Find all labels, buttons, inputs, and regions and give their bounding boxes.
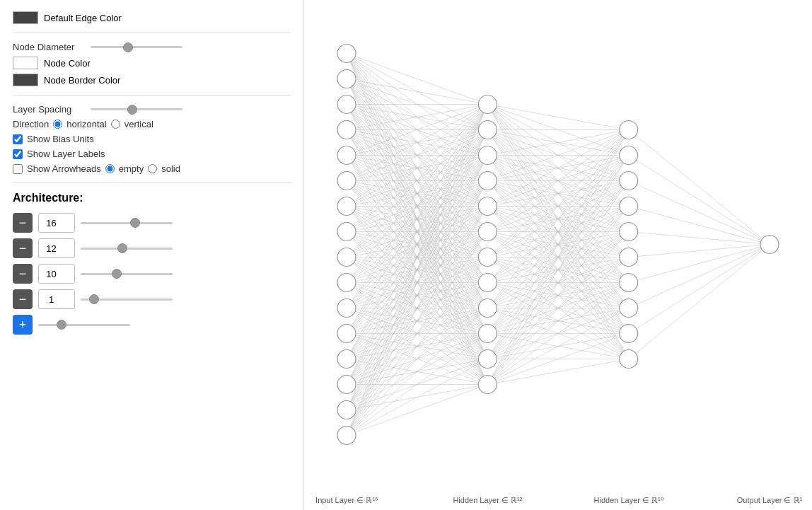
svg-text:Hidden Layer ∈ ℝ¹⁰: Hidden Layer ∈ ℝ¹⁰	[594, 496, 664, 504]
show-arrowheads-label[interactable]: Show Arrowheads	[27, 163, 101, 174]
svg-point-326	[337, 146, 356, 165]
svg-point-354	[620, 223, 638, 241]
svg-line-192	[487, 105, 628, 130]
layer-2-input[interactable]	[38, 264, 75, 284]
direction-horizontal-label[interactable]: horizontal	[66, 119, 106, 129]
svg-point-350	[620, 121, 638, 139]
node-diameter-row: Node Diameter	[13, 42, 291, 52]
arrowhead-empty-label[interactable]: empty	[119, 163, 144, 174]
svg-line-305	[487, 207, 628, 385]
layer-2-slider[interactable]	[81, 273, 173, 275]
remove-layer-1-button[interactable]: −	[13, 238, 33, 258]
svg-point-348	[478, 350, 497, 369]
svg-line-313	[629, 156, 770, 245]
svg-point-344	[478, 248, 497, 267]
show-bias-units-checkbox[interactable]	[13, 134, 23, 144]
show-arrowheads-row: Show Arrowheads empty solid	[13, 163, 291, 174]
node-border-color-swatch[interactable]	[13, 74, 38, 86]
layer-0-input[interactable]	[38, 213, 75, 233]
show-bias-units-row: Show Bias Units	[13, 134, 291, 144]
svg-point-325	[337, 121, 356, 139]
svg-point-342	[478, 197, 497, 216]
svg-line-319	[629, 245, 770, 308]
svg-point-351	[620, 146, 638, 165]
show-layer-labels-checkbox[interactable]	[13, 149, 23, 159]
svg-point-323	[337, 70, 356, 88]
layer-3-input[interactable]	[38, 289, 75, 309]
svg-line-191	[347, 385, 487, 436]
svg-text:Output Layer ∈ ℝ¹: Output Layer ∈ ℝ¹	[737, 496, 803, 504]
remove-layer-0-button[interactable]: −	[13, 213, 33, 233]
direction-horizontal-radio[interactable]	[53, 120, 62, 129]
direction-vertical-label[interactable]: vertical	[124, 119, 153, 129]
svg-point-340	[478, 146, 497, 165]
svg-point-341	[478, 172, 497, 190]
layer-1-slider[interactable]	[81, 248, 173, 250]
layer-3-slider[interactable]	[81, 299, 173, 301]
layer-spacing-row: Layer Spacing	[13, 104, 291, 115]
layer-spacing-slider[interactable]	[91, 108, 182, 110]
svg-text:Hidden Layer ∈ ℝ¹²: Hidden Layer ∈ ℝ¹²	[453, 496, 522, 504]
svg-line-317	[629, 245, 770, 257]
add-layer-button[interactable]: +	[13, 315, 33, 335]
svg-point-333	[337, 325, 356, 343]
show-arrowheads-checkbox[interactable]	[13, 164, 23, 174]
arrowhead-solid-radio[interactable]	[148, 164, 157, 173]
show-layer-labels-label[interactable]: Show Layer Labels	[27, 149, 105, 159]
node-border-color-row: Node Border Color	[13, 74, 291, 86]
add-layer-slider[interactable]	[38, 324, 130, 326]
arch-layer-row-2: −	[13, 264, 291, 284]
layer-1-input[interactable]	[38, 238, 75, 258]
svg-point-356	[620, 274, 638, 292]
show-bias-units-label[interactable]: Show Bias Units	[27, 134, 94, 144]
svg-point-345	[478, 274, 497, 292]
arch-layer-row-0: −	[13, 213, 291, 233]
architecture-title: Architecture:	[13, 192, 291, 204]
svg-point-346	[478, 299, 497, 318]
network-canvas: Input Layer ∈ ℝ¹⁶Hidden Layer ∈ ℝ¹²Hidde…	[304, 0, 812, 510]
svg-point-357	[620, 299, 638, 318]
svg-line-316	[629, 232, 770, 245]
node-color-swatch[interactable]	[13, 57, 38, 69]
svg-point-347	[478, 325, 497, 343]
svg-point-349	[478, 376, 497, 394]
svg-line-315	[629, 207, 770, 245]
edge-color-swatch[interactable]	[13, 11, 38, 24]
arch-layer-row-add: +	[13, 315, 291, 335]
node-diameter-slider[interactable]	[91, 46, 182, 48]
svg-point-338	[478, 95, 497, 114]
svg-text:Input Layer ∈ ℝ¹⁶: Input Layer ∈ ℝ¹⁶	[315, 496, 378, 504]
svg-point-353	[620, 197, 638, 216]
left-panel: Default Edge Color Node Diameter Node Co…	[0, 0, 304, 510]
svg-line-312	[629, 130, 770, 245]
direction-vertical-radio[interactable]	[111, 120, 120, 129]
svg-point-324	[337, 95, 356, 114]
direction-row: Direction horizontal vertical	[13, 119, 291, 129]
edge-color-label: Default Edge Color	[44, 13, 122, 23]
svg-line-314	[629, 181, 770, 245]
svg-point-352	[620, 172, 638, 190]
remove-layer-3-button[interactable]: −	[13, 289, 33, 309]
svg-point-339	[478, 121, 497, 139]
arrowhead-empty-radio[interactable]	[105, 164, 115, 173]
arrowhead-solid-label[interactable]: solid	[161, 163, 180, 174]
svg-line-0	[347, 54, 487, 105]
svg-point-329	[337, 223, 356, 241]
arch-layer-row-3: −	[13, 289, 291, 309]
svg-line-321	[629, 245, 770, 359]
network-svg: Input Layer ∈ ℝ¹⁶Hidden Layer ∈ ℝ¹²Hidde…	[304, 0, 812, 510]
svg-point-337	[337, 427, 356, 445]
show-layer-labels-row: Show Layer Labels	[13, 149, 291, 159]
direction-label: Direction	[13, 119, 49, 129]
node-diameter-label: Node Diameter	[13, 42, 83, 52]
arch-layer-row-1: −	[13, 238, 291, 258]
svg-point-343	[478, 223, 497, 241]
svg-point-330	[337, 248, 356, 267]
remove-layer-2-button[interactable]: −	[13, 264, 33, 284]
svg-line-320	[629, 245, 770, 334]
svg-point-355	[620, 248, 638, 267]
layer-0-slider[interactable]	[81, 222, 173, 224]
svg-line-311	[487, 359, 628, 385]
svg-point-334	[337, 350, 356, 369]
svg-point-331	[337, 274, 356, 292]
